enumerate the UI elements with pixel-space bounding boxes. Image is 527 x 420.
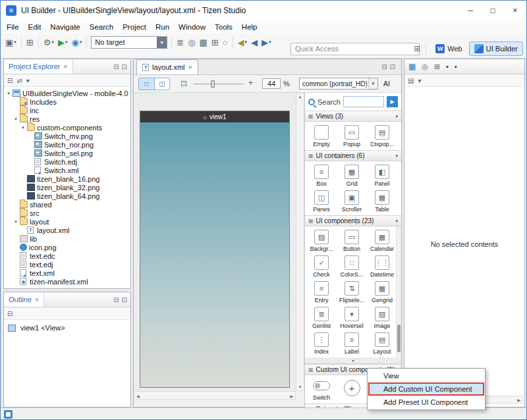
palette-item-genlist[interactable]: ≣Genlist [306,305,337,330]
view-content[interactable] [140,122,289,387]
tree-item-text-xml[interactable]: text.xml [4,269,130,277]
menu-item-file[interactable]: File [2,20,24,34]
tree-item-switch-sel-png[interactable]: Switch_sel.png [4,149,130,157]
ui-builder-perspective-button[interactable]: UI Builder [469,41,523,56]
back-button[interactable]: ◀ [249,35,260,49]
save-all-button[interactable]: ⊞ [24,35,36,49]
new-project-button[interactable]: ▣▾ [3,35,18,49]
inspector-button[interactable]: ◎ [186,35,197,49]
palette-item-button[interactable]: ▭Button [337,228,367,253]
menu-item-tools[interactable]: Tools [210,20,237,34]
connection-explorer-button[interactable]: ≣ [175,35,186,49]
scroll-right-icon[interactable]: ▶ [517,398,520,402]
tree-item-tizen-blank-32-png[interactable]: tizen_blank_32.png [4,183,130,192]
view1-preview[interactable]: ⌂ view1 [140,111,290,388]
slider-thumb[interactable] [211,80,215,88]
scroll-down-icon[interactable]: ▼ [296,385,304,389]
tree-item-layout-xml[interactable]: layout.xml [4,226,130,234]
maximize-view-icon[interactable]: ⊡ [390,63,395,70]
chevron-down-icon[interactable]: ▾ [395,114,398,119]
search-go-button[interactable]: ▶ [387,96,398,107]
palette-section-header-views[interactable]: ▦Views (3)▾ [305,111,401,122]
back-to-last-edit-button[interactable]: ◀▾ [236,35,250,49]
context-menu-item-add-preset-ui-component[interactable]: Add Preset UI Component [368,396,484,409]
palette-item-label[interactable]: ≡Label [337,330,367,356]
scroll-up-icon[interactable]: ▲ [296,95,304,99]
properties-grid-icon[interactable]: ▦ [408,62,416,71]
split-view-button[interactable]: ◫ [154,78,169,90]
fit-to-window-button[interactable]: ⊡ [180,79,187,88]
add-custom-component-button[interactable]: + [337,377,367,402]
palette-item-hoversel[interactable]: ▾Hoversel [337,305,367,330]
palette-item-entry[interactable]: ≡Entry [306,279,337,305]
tree-item-tizen-blank-16-png[interactable]: tizen_blank_16.png [4,174,130,183]
palette-item-calendar[interactable]: ▦Calendar [367,228,397,253]
tree-item-lib[interactable]: lib [4,234,130,243]
zoom-in-icon[interactable]: + [248,78,253,88]
minimize-view-icon[interactable]: ⊟ [113,63,119,70]
maximize-view-icon[interactable]: ⊡ [122,296,127,303]
minimize-button[interactable]: ─ [459,1,482,20]
palette-scroll-down-strip[interactable]: ▾ [305,357,401,364]
menu-item-project[interactable]: Project [118,20,151,34]
palette-section-header-components[interactable]: ▦UI components (23)▾ [305,215,401,226]
palette-item-box[interactable]: ≡Box [306,163,337,188]
outline-item-view1[interactable]: view1 <View> [7,323,130,332]
palette-item-panel[interactable]: ◧Panel [367,163,397,188]
menu-item-run[interactable]: Run [151,20,174,34]
chevron-down-icon[interactable]: ▾ [368,78,377,89]
preview-icon[interactable]: ◎ [422,63,428,71]
canvas-horizontal-scrollbar[interactable]: ◀ ▶ [134,391,296,400]
outline-tab[interactable]: Outline × [4,292,44,307]
tree-item-switch-nor-png[interactable]: Switch_nor.png [4,140,130,149]
layout-xml-tab[interactable]: layout.xml × [136,59,198,74]
context-menu-item-view[interactable]: View [368,369,484,382]
scroll-left-icon[interactable]: ◀ [136,393,140,398]
minimize-view-icon[interactable]: ⊟ [381,63,387,70]
palette-item-table[interactable]: ▦Table [367,188,397,214]
run-button[interactable]: ▶▾ [56,35,70,49]
attach-icon[interactable]: ⊞ [434,63,440,71]
chevron-down-icon[interactable]: ▾ [418,77,421,84]
minimize-view-icon[interactable]: ⊟ [113,296,119,303]
maximize-view-icon[interactable]: ⊡ [122,63,127,70]
palette-item-panes[interactable]: ◫Panes [306,188,337,214]
properties-mode-icon[interactable]: ▤ [408,77,414,84]
palette-item-backgr[interactable]: ▨Backgr... [306,228,337,253]
scroll-right-icon[interactable]: ▶ [290,393,293,398]
palette-item-check[interactable]: ✓Check [306,253,337,279]
palette-scrollbar[interactable] [396,226,401,357]
collapse-all-icon[interactable]: ⊟ [7,77,13,84]
chevron-down-icon[interactable]: ▾ [395,219,398,224]
overflow-icon[interactable]: ▪ [455,63,457,70]
palette-item-ctxpop[interactable]: ▤Ctxpop... [367,123,397,149]
tree-item-layout[interactable]: ▾layout [4,217,130,226]
web-perspective-button[interactable]: W Web [430,41,467,56]
tree-item-text-edc[interactable]: text.edc [4,251,130,260]
project-explorer-tab[interactable]: Project Explorer × [4,59,73,74]
tree-item-switch-edj[interactable]: Switch.edj [4,157,130,166]
menu-item-search[interactable]: Search [85,20,118,34]
palette-item-switch[interactable]: Switch [306,377,337,402]
palette-item-index[interactable]: ⋮Index [306,330,337,356]
chevron-down-icon[interactable]: ▾ [395,153,398,159]
build-button[interactable]: ⚙▾ [42,35,56,49]
menu-item-window[interactable]: Window [174,20,210,34]
palette-item-grid[interactable]: ▦Grid [337,163,367,188]
palette-search-input[interactable] [343,96,384,107]
debug-button[interactable]: ◉▾ [69,35,84,49]
menu-item-help[interactable]: Help [237,20,262,34]
emulator-manager-button[interactable]: ▦ [198,35,209,49]
link-editor-icon[interactable]: ⇄ [16,77,22,84]
forward-button[interactable]: ▶▾ [260,35,273,49]
zoom-value-input[interactable]: 44 [262,78,281,89]
device-manager-button[interactable]: ⊞ [209,35,221,49]
palette-item-datetime[interactable]: ⋮⋮Datetime [367,253,397,279]
palette-dark-icon[interactable]: ▪ [446,63,449,70]
palette-item-layout[interactable]: ▤Layout [367,330,397,356]
palette-item-popup[interactable]: ▭Popup [337,123,367,149]
chevron-down-icon[interactable]: ▼ [157,37,167,48]
tree-item-switch-xml[interactable]: Switch.xml [4,166,130,174]
zoom-slider[interactable]: + [194,78,254,90]
view-menu-icon[interactable]: ▾ [26,77,30,84]
